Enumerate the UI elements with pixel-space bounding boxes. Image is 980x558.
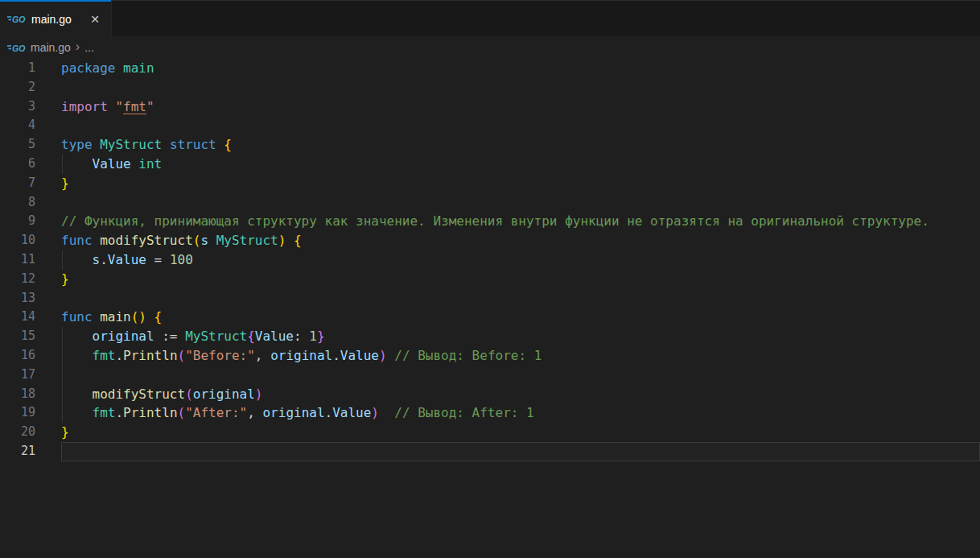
code-line[interactable]: 18 modifyStruct(original): [0, 385, 980, 404]
token-vr: original: [270, 348, 332, 363]
token-pln: [162, 137, 170, 152]
token-typ: main: [123, 60, 154, 76]
token-pln: [93, 309, 101, 324]
line-number: 16: [0, 346, 35, 366]
token-typ: MyStruct: [100, 137, 162, 152]
close-icon[interactable]: ✕: [87, 11, 103, 27]
token-vr: original: [193, 386, 255, 402]
code-line[interactable]: 19 fmt.Println("After:", original.Value)…: [0, 403, 980, 423]
tab-bar: GO main.go ✕: [0, 0, 980, 36]
token-pln: [61, 405, 93, 420]
token-pln: [387, 348, 395, 363]
breadcrumb-file[interactable]: main.go: [31, 41, 71, 54]
token-pln: [61, 386, 93, 402]
token-b1: {: [224, 137, 232, 152]
line-content[interactable]: modifyStruct(original): [61, 385, 980, 404]
code-line[interactable]: 2: [0, 78, 980, 97]
code-line[interactable]: 6 Value int: [0, 155, 980, 174]
token-b2: ): [255, 386, 263, 402]
token-kw: func: [61, 233, 93, 248]
code-line[interactable]: 3import "fmt": [0, 97, 980, 117]
line-content[interactable]: Value int: [61, 155, 980, 174]
line-content[interactable]: [61, 116, 980, 135]
line-content[interactable]: package main: [61, 59, 980, 78]
line-number: 17: [0, 366, 35, 385]
token-vr: s: [93, 252, 101, 267]
token-cmt: // Вывод: Before: 1: [394, 348, 541, 363]
line-content[interactable]: type MyStruct struct {: [61, 135, 980, 155]
token-pln: [61, 252, 93, 267]
code-line[interactable]: 16 fmt.Println("Before:", original.Value…: [0, 346, 980, 366]
line-content[interactable]: // Функция, принимающая структуру как зн…: [61, 212, 980, 231]
indent-guide: [62, 385, 63, 404]
token-kw: type: [61, 137, 93, 152]
code-line[interactable]: 20}: [0, 423, 980, 442]
code-line[interactable]: 17: [0, 366, 980, 385]
token-cmt: // Вывод: After: 1: [394, 405, 533, 420]
line-content[interactable]: [61, 366, 980, 385]
line-content[interactable]: fmt.Println("After:", original.Value) //…: [61, 403, 980, 423]
go-icon: GO: [7, 43, 26, 53]
token-pln: ,: [247, 405, 262, 420]
token-str: "Before:": [185, 348, 255, 363]
tab-main-go[interactable]: GO main.go ✕: [0, 0, 111, 36]
line-content[interactable]: }: [61, 423, 980, 442]
code-line[interactable]: 4: [0, 116, 980, 135]
line-content[interactable]: func modifyStruct(s MyStruct) {: [61, 231, 980, 250]
code-line[interactable]: 7}: [0, 174, 980, 193]
line-number: 8: [0, 193, 35, 213]
line-number: 20: [0, 423, 35, 442]
code-line[interactable]: 15 original := MyStruct{Value: 1}: [0, 327, 980, 346]
code-editor[interactable]: 1package main23import "fmt"45type MyStru…: [0, 59, 980, 461]
code-line[interactable]: 1package main: [0, 59, 980, 78]
token-pln: .: [115, 405, 123, 420]
code-line[interactable]: 21: [0, 442, 980, 461]
token-cmt: // Функция, принимающая структуру как зн…: [61, 213, 929, 229]
tab-strip-empty: [111, 0, 980, 36]
line-content[interactable]: original := MyStruct{Value: 1}: [61, 327, 980, 346]
token-vr: Value: [108, 252, 146, 267]
indent-guide: [62, 346, 63, 366]
token-b2: {: [247, 329, 255, 344]
indent-guide: [62, 403, 63, 423]
code-line[interactable]: 9// Функция, принимающая структуру как з…: [0, 212, 980, 231]
token-fn: main: [100, 309, 131, 324]
code-line[interactable]: 12}: [0, 270, 980, 289]
code-line[interactable]: 14func main() {: [0, 308, 980, 327]
token-fn: Println: [123, 405, 177, 420]
line-content[interactable]: fmt.Println("Before:", original.Value) /…: [61, 346, 980, 366]
code-line[interactable]: 10func modifyStruct(s MyStruct) {: [0, 231, 980, 250]
token-b2: (: [185, 386, 193, 402]
token-pln: [115, 60, 123, 76]
token-pln: [146, 309, 154, 324]
indent-guide: [62, 366, 63, 385]
line-content[interactable]: [61, 193, 980, 213]
line-content[interactable]: func main() {: [61, 308, 980, 327]
indent-guide: [62, 250, 63, 270]
token-b1: (: [193, 233, 201, 248]
token-pln: [108, 99, 116, 114]
line-content[interactable]: }: [61, 270, 980, 289]
line-content[interactable]: }: [61, 174, 980, 193]
line-number: 5: [0, 135, 35, 155]
token-pln: [61, 329, 93, 344]
code-line[interactable]: 8: [0, 193, 980, 213]
token-vr: Value: [340, 348, 379, 363]
token-vr: Value: [255, 329, 294, 344]
breadcrumb-symbol-ellipsis[interactable]: ...: [84, 41, 94, 54]
token-str: ": [115, 99, 123, 114]
token-typ: MyStruct: [185, 329, 247, 344]
token-kw: func: [61, 309, 93, 324]
code-line[interactable]: 11 s.Value = 100: [0, 250, 980, 270]
code-line[interactable]: 13: [0, 289, 980, 308]
line-content[interactable]: [61, 78, 980, 97]
token-pln: =: [146, 252, 170, 267]
line-content[interactable]: [61, 289, 980, 308]
token-b1: }: [61, 424, 69, 440]
line-content[interactable]: s.Value = 100: [61, 250, 980, 270]
token-b2: (: [178, 405, 186, 420]
line-content[interactable]: [61, 442, 980, 461]
line-content[interactable]: import "fmt": [61, 97, 980, 117]
code-line[interactable]: 5type MyStruct struct {: [0, 135, 980, 155]
line-number: 19: [0, 403, 35, 423]
